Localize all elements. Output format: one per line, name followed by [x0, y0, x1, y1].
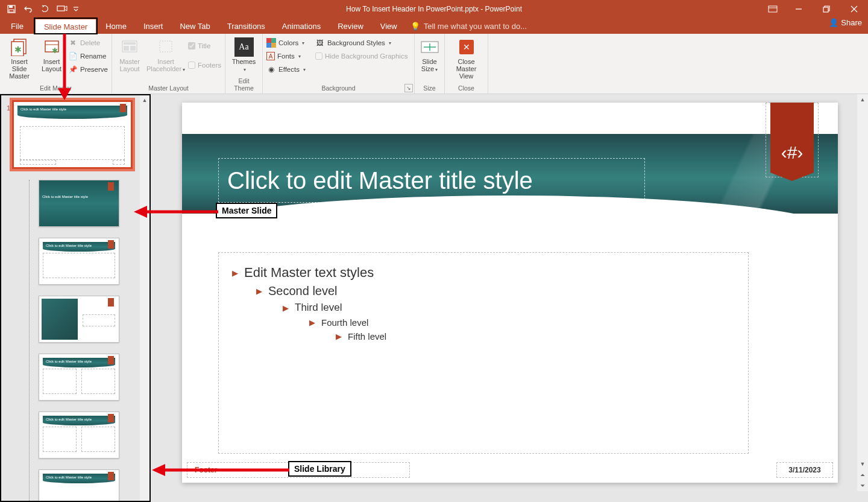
group-close-label: Close [448, 84, 484, 94]
rename-icon: 📄 [68, 51, 78, 61]
svg-rect-24 [266, 43, 271, 48]
insert-slide-master-icon: ✱ [10, 37, 29, 57]
preserve-icon: 📌 [68, 65, 78, 74]
themes-icon: Aa [234, 37, 254, 57]
svg-rect-22 [266, 38, 271, 43]
hide-bg-checkbox: Hide Background Graphics [315, 50, 407, 62]
svg-text:✱: ✱ [14, 45, 22, 54]
share-label: Share [841, 18, 862, 27]
tell-me-placeholder: Tell me what you want to do... [424, 22, 527, 31]
group-edit-master-label: Edit Master [4, 84, 108, 94]
scroll-up-icon[interactable]: ▲ [857, 94, 868, 105]
layout-tree-line [29, 180, 30, 501]
qat-customize-icon[interactable] [71, 2, 81, 16]
svg-rect-3 [57, 6, 64, 11]
footer-placeholder[interactable]: Footer [187, 462, 410, 478]
tab-animations[interactable]: Animations [274, 18, 329, 34]
group-background-label: Background [266, 84, 410, 94]
title-text: Click to edit Master title style [227, 167, 533, 194]
share-button[interactable]: 👤 Share [829, 18, 862, 27]
themes-button[interactable]: Aa Themes▾ [229, 35, 259, 72]
tab-review[interactable]: Review [329, 18, 372, 34]
bullet-icon: ▶ [336, 332, 342, 341]
body-placeholder[interactable]: ▶Edit Master text styles ▶Second level ▶… [218, 252, 749, 454]
insert-placeholder-button: Insert Placeholder▾ [147, 35, 184, 72]
slide-edit-area: ‹#› Click to edit Master title style ▶Ed… [151, 94, 868, 502]
page-number-ribbon[interactable]: ‹#› [770, 103, 814, 173]
title-placeholder[interactable]: Click to edit Master title style [218, 158, 645, 203]
fonts-button[interactable]: AFonts▾ [266, 50, 306, 62]
master-slide-canvas[interactable]: ‹#› Click to edit Master title style ▶Ed… [182, 103, 838, 483]
layout-thumbnail-3[interactable] [39, 296, 119, 343]
tab-slide-master[interactable]: Slide Master [34, 18, 97, 34]
tab-new-tab[interactable]: New Tab [171, 18, 218, 34]
tab-transitions[interactable]: Transitions [219, 18, 274, 34]
page-number-symbol: ‹#› [781, 142, 804, 163]
group-size-label: Size [418, 84, 441, 94]
document-title: How To Insert Header In PowerPoint.pptx … [346, 5, 522, 13]
scroll-down-icon[interactable]: ▼ [857, 459, 868, 469]
editor-scrollbar-vertical[interactable]: ▲ ▼ ⏶ ⏷ [857, 94, 868, 491]
fonts-icon: A [266, 52, 275, 60]
bullet-icon: ▶ [283, 303, 289, 313]
insert-slide-master-button[interactable]: ✱ Insert Slide Master [4, 35, 35, 80]
master-index: 1 [7, 104, 10, 112]
master-layout-icon [120, 37, 139, 57]
bg-styles-icon: 🖼 [315, 38, 325, 48]
title-bar: How To Insert Header In PowerPoint.pptx … [0, 0, 868, 18]
layout-thumbnail-5[interactable]: Click to edit Master title style [39, 411, 119, 459]
redo-icon[interactable] [37, 2, 53, 16]
scroll-up-icon[interactable]: ▲ [140, 95, 149, 105]
prev-slide-icon[interactable]: ⏶ [857, 469, 868, 480]
preserve-button[interactable]: 📌Preserve [68, 63, 108, 75]
layout-thumbnail-6[interactable]: Click to edit Master title style [39, 469, 119, 502]
date-placeholder[interactable]: 3/11/2023 [776, 462, 833, 478]
maximize-button[interactable] [813, 0, 840, 18]
slide-size-button[interactable]: Slide Size▾ [418, 35, 441, 72]
undo-icon[interactable] [20, 2, 36, 16]
ribbon: ✱ Insert Slide Master ✱ Insert Layout ✖D… [0, 34, 868, 94]
tell-me-search[interactable]: 💡 Tell me what you want to do... [410, 18, 527, 34]
colors-button[interactable]: Colors▾ [266, 37, 306, 49]
minimize-button[interactable] [785, 0, 813, 18]
tab-home[interactable]: Home [97, 18, 135, 34]
master-slide-thumbnail[interactable]: 1 Click to edit Master title style [12, 100, 133, 169]
save-icon[interactable] [4, 2, 19, 16]
close-master-view-button[interactable]: ✕ Close Master View [448, 35, 484, 80]
master-layout-label: Master Layout [119, 58, 140, 72]
svg-rect-21 [160, 41, 172, 52]
lightbulb-icon: 💡 [410, 22, 420, 31]
bullet-icon: ▶ [309, 318, 315, 327]
close-icon: ✕ [457, 37, 476, 57]
title-checkbox: Title [188, 40, 221, 52]
tab-insert[interactable]: Insert [135, 18, 172, 34]
layout-thumbnail-4[interactable]: Click to edit Master title style [39, 354, 119, 401]
tab-view[interactable]: View [372, 18, 406, 34]
background-dialog-launcher[interactable]: ↘ [404, 84, 413, 92]
thumbnail-scrollbar[interactable]: ▲ [140, 95, 149, 501]
svg-rect-20 [130, 46, 136, 51]
delete-icon: ✖ [68, 38, 78, 48]
insert-layout-button[interactable]: ✱ Insert Layout [39, 35, 64, 72]
ribbon-display-options-icon[interactable] [761, 0, 785, 18]
quick-access-toolbar [0, 2, 81, 16]
close-button[interactable] [840, 0, 868, 18]
rename-button[interactable]: 📄Rename [68, 50, 108, 62]
svg-rect-19 [124, 46, 129, 51]
tab-file[interactable]: File [0, 18, 34, 34]
insert-slide-master-label: Insert Slide Master [4, 58, 35, 80]
delete-button: ✖Delete [68, 37, 108, 49]
next-slide-icon[interactable]: ⏷ [857, 480, 868, 491]
svg-rect-1 [9, 5, 13, 8]
svg-rect-5 [769, 6, 777, 12]
background-styles-button[interactable]: 🖼Background Styles▾ [315, 37, 407, 49]
slide-thumbnail-panel[interactable]: 1 Click to edit Master title style Click… [0, 94, 151, 502]
bullet-icon: ▶ [232, 268, 238, 278]
insert-placeholder-icon [156, 37, 175, 57]
layout-thumbnail-1[interactable]: Click to edit Master title style [39, 180, 119, 227]
start-from-beginning-icon[interactable] [54, 2, 70, 16]
layout-thumbnail-2[interactable]: Click to edit Master title style [39, 238, 119, 285]
group-master-layout-label: Master Layout [116, 84, 221, 94]
svg-rect-25 [271, 43, 276, 48]
effects-button[interactable]: ◉Effects▾ [266, 63, 306, 75]
